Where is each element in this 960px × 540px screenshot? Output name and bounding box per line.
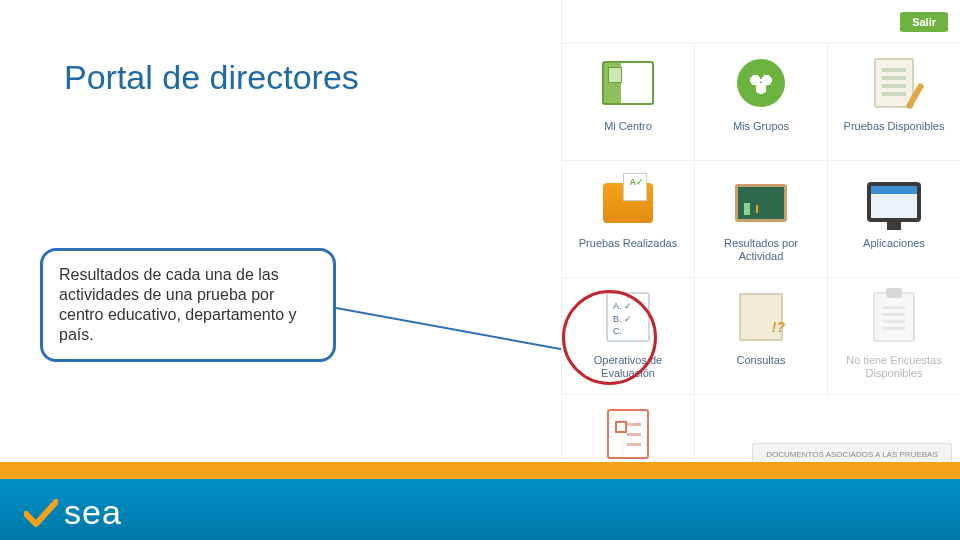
- tile-resultados-actividad[interactable]: Resultados por Actividad: [694, 160, 828, 278]
- tile-pruebas-disponibles[interactable]: Pruebas Disponibles: [827, 43, 960, 161]
- callout-connector: [336, 300, 566, 360]
- book-icon: [599, 54, 657, 112]
- tile-label: Consultas: [731, 354, 792, 367]
- tile-label: Aplicaciones: [857, 237, 931, 250]
- portal-panel: Salir Mi Centro Mis Grupos Pruebas Dispo…: [561, 0, 960, 540]
- svg-line-0: [336, 308, 566, 350]
- callout-text: Resultados de cada una de las actividade…: [59, 266, 296, 343]
- tile-label: Resultados por Actividad: [695, 237, 827, 262]
- groups-icon: [732, 54, 790, 112]
- logo-check-icon: [24, 498, 58, 528]
- tile-aplicaciones[interactable]: Aplicaciones: [827, 160, 960, 278]
- folder-icon: [599, 171, 657, 229]
- survey-results-icon: [599, 405, 657, 463]
- tile-mis-grupos[interactable]: Mis Grupos: [694, 43, 828, 161]
- checklist-icon: [599, 288, 657, 346]
- note-question-icon: [732, 288, 790, 346]
- tile-grid: Mi Centro Mis Grupos Pruebas Disponibles…: [562, 44, 960, 512]
- tile-pruebas-realizadas[interactable]: Pruebas Realizadas: [561, 160, 695, 278]
- tile-label: Operativos de Evaluación: [562, 354, 694, 379]
- tile-label: Mis Grupos: [727, 120, 795, 133]
- tile-label: Pruebas Realizadas: [573, 237, 683, 250]
- exit-button[interactable]: Salir: [900, 12, 948, 32]
- tile-label: No tiene Encuestas Disponibles: [828, 354, 960, 379]
- document-pencil-icon: [865, 54, 923, 112]
- footer-band: sea: [0, 462, 960, 540]
- chalkboard-chart-icon: [732, 171, 790, 229]
- page-title: Portal de directores: [64, 58, 359, 97]
- slide: Portal de directores Resultados de cada …: [0, 0, 960, 540]
- tile-encuestas-disponibles[interactable]: No tiene Encuestas Disponibles: [827, 277, 960, 395]
- callout-box: Resultados de cada una de las actividade…: [40, 248, 336, 362]
- clipboard-icon: [865, 288, 923, 346]
- logo-text: sea: [64, 493, 122, 532]
- sea-logo: sea: [24, 493, 122, 532]
- tile-label: Pruebas Disponibles: [838, 120, 951, 133]
- tile-operativos-evaluacion[interactable]: Operativos de Evaluación: [561, 277, 695, 395]
- tile-consultas[interactable]: Consultas: [694, 277, 828, 395]
- tile-label: Mi Centro: [598, 120, 658, 133]
- tile-mi-centro[interactable]: Mi Centro: [561, 43, 695, 161]
- monitor-icon: [865, 171, 923, 229]
